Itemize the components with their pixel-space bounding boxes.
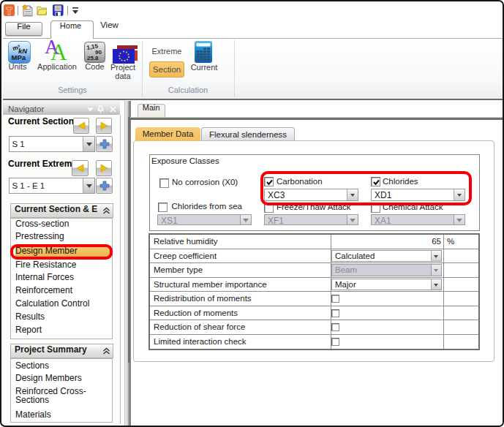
svg-text:25.8: 25.8 bbox=[87, 55, 99, 61]
svg-text:MPa: MPa bbox=[12, 53, 26, 61]
